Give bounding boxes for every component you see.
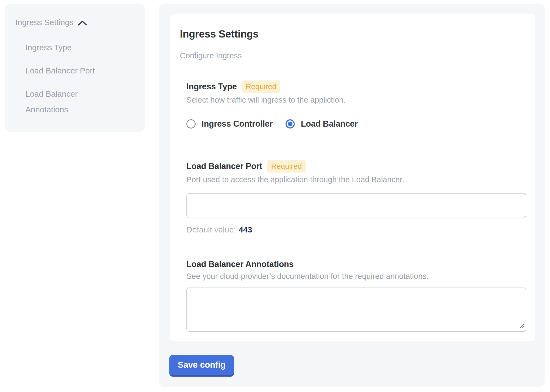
load-balancer-port-description: Port used to access the application thro…	[186, 175, 526, 184]
default-value: 443	[239, 225, 252, 234]
load-balancer-annotations-textarea[interactable]	[186, 288, 526, 332]
ingress-settings-card: Ingress Settings Configure Ingress Ingre…	[170, 14, 535, 341]
ingress-type-label: Ingress Type	[186, 82, 237, 92]
load-balancer-port-section: Load Balancer Port Required Port used to…	[186, 160, 526, 234]
load-balancer-port-label: Load Balancer Port	[186, 161, 262, 171]
save-config-button[interactable]: Save config	[169, 355, 234, 377]
ingress-type-description: Select how traffic will ingress to the a…	[186, 96, 526, 104]
load-balancer-annotations-description: See your cloud provider’s documentation …	[186, 272, 526, 281]
sidebar-item-load-balancer-annotations[interactable]: Load Balancer Annotations	[25, 86, 119, 117]
required-badge: Required	[242, 80, 281, 93]
load-balancer-annotations-label: Load Balancer Annotations	[186, 259, 294, 269]
default-value-line: Default value:443	[186, 225, 526, 234]
sidebar-item-list: Ingress Type Load Balancer Port Load Bal…	[25, 40, 138, 117]
resize-grip-icon[interactable]	[519, 323, 525, 330]
load-balancer-annotations-section: Load Balancer Annotations See your cloud…	[186, 259, 526, 332]
chevron-up-icon	[78, 20, 87, 26]
radio-label-load-balancer: Load Balancer	[301, 119, 358, 129]
radio-option-ingress-controller[interactable]: Ingress Controller	[186, 119, 273, 129]
ingress-settings-panel: Ingress Settings Configure Ingress Ingre…	[159, 4, 545, 387]
radio-label-ingress-controller: Ingress Controller	[202, 119, 273, 129]
annotations-textarea-wrap	[186, 288, 526, 332]
page-title: Ingress Settings	[180, 28, 526, 40]
sidebar-section-label: Ingress Settings	[15, 18, 73, 27]
sidebar-item-load-balancer-port[interactable]: Load Balancer Port	[25, 63, 119, 79]
page-subtitle: Configure Ingress	[180, 51, 526, 60]
page: Ingress Settings Ingress Type Load Balan…	[0, 0, 550, 392]
load-balancer-port-input[interactable]	[186, 193, 526, 218]
sidebar-item-ingress-type[interactable]: Ingress Type	[25, 40, 119, 55]
sidebar-section-toggle[interactable]: Ingress Settings	[15, 18, 138, 27]
ingress-type-section: Ingress Type Required Select how traffic…	[186, 80, 526, 129]
ingress-type-radio-group: Ingress Controller Load Balancer	[186, 119, 526, 129]
default-value-label: Default value:	[186, 225, 236, 234]
radio-unselected-icon[interactable]	[186, 119, 196, 129]
settings-sidebar: Ingress Settings Ingress Type Load Balan…	[5, 4, 145, 132]
required-badge: Required	[267, 160, 306, 173]
radio-selected-icon[interactable]	[286, 119, 295, 129]
radio-option-load-balancer[interactable]: Load Balancer	[286, 119, 358, 129]
